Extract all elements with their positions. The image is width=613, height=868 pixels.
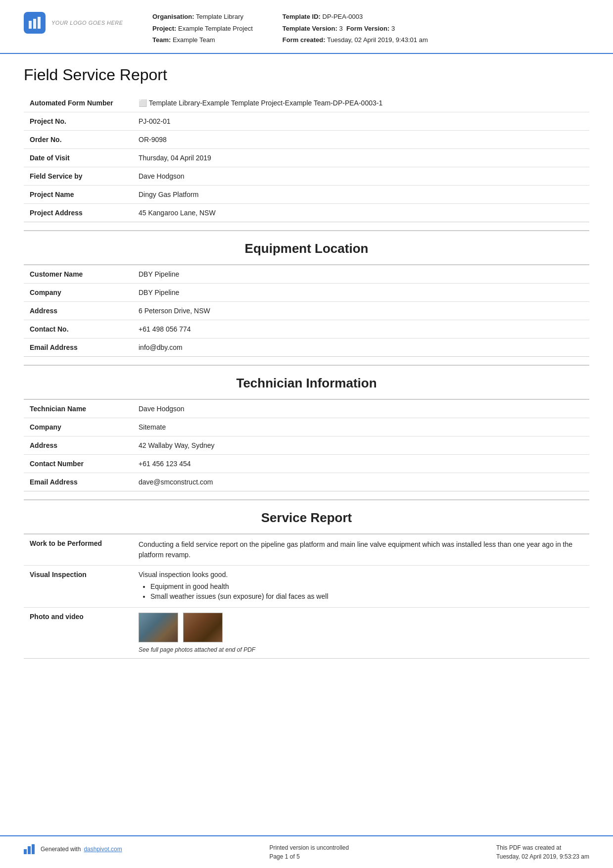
table-row: Company DBY Pipeline xyxy=(24,283,589,301)
footer-col-center: Printed version is uncontrolled Page 1 o… xyxy=(269,844,349,860)
field-value: +61 456 123 454 xyxy=(133,454,589,473)
main-form-table: Automated Form Number ⬜ Template Library… xyxy=(24,94,589,222)
field-label: Contact Number xyxy=(24,454,133,473)
field-value: DBY Pipeline xyxy=(133,265,589,284)
footer-col-left: Generated with dashpivot.com xyxy=(24,844,122,854)
photo-area: See full page photos attached at end of … xyxy=(139,613,583,653)
field-label: Email Address xyxy=(24,338,133,356)
project-row: Project: Example Template Project xyxy=(152,24,253,34)
pdf-created-label: This PDF was created at xyxy=(496,844,589,851)
field-label: Address xyxy=(24,436,133,454)
equipment-table: Customer Name DBY Pipeline Company DBY P… xyxy=(24,265,589,357)
bar1-icon xyxy=(24,849,27,854)
field-label: Field Service by xyxy=(24,167,133,185)
svg-rect-1 xyxy=(33,19,36,29)
field-label: Project No. xyxy=(24,112,133,130)
footer: Generated with dashpivot.com Printed ver… xyxy=(0,835,613,868)
header-col-left: Organisation: Template Library Project: … xyxy=(152,12,253,45)
section-heading-equipment: Equipment Location xyxy=(24,230,589,265)
table-row: Project Address 45 Kangaroo Lane, NSW xyxy=(24,203,589,222)
version-row: Template Version: 3 Form Version: 3 xyxy=(283,24,428,34)
field-label: Company xyxy=(24,418,133,436)
field-value: ⬜ Template Library-Example Template Proj… xyxy=(133,94,589,112)
page-title: Field Service Report xyxy=(24,66,589,84)
field-value: Conducting a field service report on the… xyxy=(133,534,589,566)
field-value: +61 498 056 774 xyxy=(133,320,589,338)
header-meta: Organisation: Template Library Project: … xyxy=(152,12,589,45)
photo-thumbnail-1 xyxy=(139,613,178,642)
table-row: Address 42 Wallaby Way, Sydney xyxy=(24,436,589,454)
logo-text: YOUR LOGO GOES HERE xyxy=(51,20,123,26)
page-number: Page 1 of 5 xyxy=(269,853,349,860)
table-row: Order No. OR-9098 xyxy=(24,130,589,148)
field-label: Contact No. xyxy=(24,320,133,338)
svg-rect-2 xyxy=(38,17,41,29)
technician-table: Technician Name Dave Hodgson Company Sit… xyxy=(24,400,589,491)
template-id-row: Template ID: DP-PEA-0003 xyxy=(283,12,428,22)
field-label: Project Address xyxy=(24,203,133,222)
photo-thumbnail-2 xyxy=(183,613,223,642)
photo-thumbnails xyxy=(139,613,583,642)
field-value: Dave Hodgson xyxy=(133,167,589,185)
bar3-icon xyxy=(32,844,35,854)
main-content: Field Service Report Automated Form Numb… xyxy=(0,54,613,836)
field-label: Address xyxy=(24,301,133,320)
field-label: Date of Visit xyxy=(24,148,133,167)
bullet-list: Equipment in good healthSmall weather is… xyxy=(150,582,583,600)
field-value: PJ-002-01 xyxy=(133,112,589,130)
field-value: OR-9098 xyxy=(133,130,589,148)
field-value: 6 Peterson Drive, NSW xyxy=(133,301,589,320)
field-value: Sitemate xyxy=(133,418,589,436)
org-row: Organisation: Template Library xyxy=(152,12,253,22)
field-label: Photo and video xyxy=(24,607,133,658)
table-row: Address 6 Peterson Drive, NSW xyxy=(24,301,589,320)
field-label: Order No. xyxy=(24,130,133,148)
table-row: Customer Name DBY Pipeline xyxy=(24,265,589,284)
section-heading-technician: Technician Information xyxy=(24,365,589,400)
photo-caption: See full page photos attached at end of … xyxy=(139,646,583,653)
footer-col-right: This PDF was created at Tuesday, 02 Apri… xyxy=(496,844,589,860)
page: YOUR LOGO GOES HERE Organisation: Templa… xyxy=(0,0,613,868)
field-value: Visual inspection looks good. Equipment … xyxy=(133,565,589,607)
field-value: Dave Hodgson xyxy=(133,400,589,418)
field-value: DBY Pipeline xyxy=(133,283,589,301)
form-created-row: Form created: Tuesday, 02 April 2019, 9:… xyxy=(283,35,428,45)
field-value: See full page photos attached at end of … xyxy=(133,607,589,658)
dashpivot-link[interactable]: dashpivot.com xyxy=(84,846,122,853)
field-label: Automated Form Number xyxy=(24,94,133,112)
field-label: Work to be Performed xyxy=(24,534,133,566)
field-label: Project Name xyxy=(24,185,133,203)
table-row: Email Address dave@smconstruct.com xyxy=(24,473,589,491)
field-label: Company xyxy=(24,283,133,301)
table-row: Date of Visit Thursday, 04 April 2019 xyxy=(24,148,589,167)
service-table: Work to be Performed Conducting a field … xyxy=(24,534,589,659)
header-col-right: Template ID: DP-PEA-0003 Template Versio… xyxy=(283,12,428,45)
field-label: Customer Name xyxy=(24,265,133,284)
uncontrolled-text: Printed version is uncontrolled xyxy=(269,844,349,851)
table-row: Technician Name Dave Hodgson xyxy=(24,400,589,418)
field-value: Thursday, 04 April 2019 xyxy=(133,148,589,167)
team-row: Team: Example Team xyxy=(152,35,253,45)
table-row: Project Name Dingy Gas Platform xyxy=(24,185,589,203)
footer-logo-icon xyxy=(24,844,38,854)
footer-logo: Generated with dashpivot.com xyxy=(24,844,122,854)
list-item: Equipment in good health xyxy=(150,582,583,590)
generated-text: Generated with xyxy=(41,846,81,853)
logo-area: YOUR LOGO GOES HERE xyxy=(24,12,133,34)
table-row: Company Sitemate xyxy=(24,418,589,436)
table-row: Visual Inspection Visual inspection look… xyxy=(24,565,589,607)
bar2-icon xyxy=(28,846,31,854)
section-heading-service: Service Report xyxy=(24,499,589,534)
table-row: Photo and video See full page photos att… xyxy=(24,607,589,658)
field-value: Dingy Gas Platform xyxy=(133,185,589,203)
pdf-created-value: Tuesday, 02 April 2019, 9:53:23 am xyxy=(496,853,589,860)
field-label: Visual Inspection xyxy=(24,565,133,607)
list-item: Small weather issues (sun exposure) for … xyxy=(150,592,583,600)
table-row: Field Service by Dave Hodgson xyxy=(24,167,589,185)
table-row: Automated Form Number ⬜ Template Library… xyxy=(24,94,589,112)
field-value: 45 Kangaroo Lane, NSW xyxy=(133,203,589,222)
logo-icon xyxy=(24,12,46,34)
header: YOUR LOGO GOES HERE Organisation: Templa… xyxy=(0,0,613,54)
field-value: 42 Wallaby Way, Sydney xyxy=(133,436,589,454)
table-row: Project No. PJ-002-01 xyxy=(24,112,589,130)
